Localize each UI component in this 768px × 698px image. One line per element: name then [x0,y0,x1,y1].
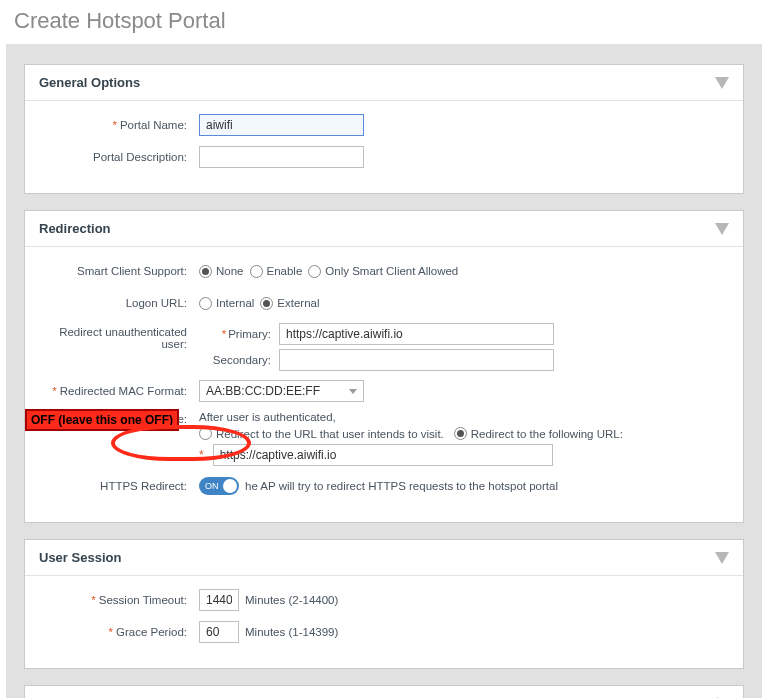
page-title: Create Hotspot Portal [0,0,768,44]
panel-general: General Options *Portal Name: Portal Des… [24,64,744,194]
logon-url-external-radio[interactable]: External [260,297,319,310]
panel-redirection-title: Redirection [39,221,111,236]
portal-name-label: *Portal Name: [39,119,199,131]
panel-user-session-header[interactable]: User Session [25,540,743,576]
grace-period-input[interactable] [199,621,239,643]
chevron-down-icon [715,223,729,235]
https-redirect-label: HTTPS Redirect: [39,480,199,492]
primary-url-input[interactable] [279,323,554,345]
grace-period-label: *Grace Period: [39,626,199,638]
portal-desc-input[interactable] [199,146,364,168]
chevron-down-icon [715,77,729,89]
logon-url-internal-radio[interactable]: Internal [199,297,254,310]
callout-off-label: OFF (leave this one OFF) [25,409,179,431]
smart-client-enable-radio[interactable]: Enable [250,265,303,278]
mac-format-label: *Redirected MAC Format: [39,385,199,397]
session-timeout-units: Minutes (2-14400) [245,594,338,606]
form-area: General Options *Portal Name: Portal Des… [6,44,762,698]
panel-redirection-header[interactable]: Redirection [25,211,743,247]
panel-general-header[interactable]: General Options [25,65,743,101]
primary-label: *Primary: [199,328,271,340]
caret-down-icon [349,389,357,394]
panel-redirection: Redirection Smart Client Support: None E… [24,210,744,523]
portal-desc-label: Portal Description: [39,151,199,163]
start-page-following-radio[interactable]: Redirect to the following URL: [454,427,623,440]
secondary-label: Secondary: [199,354,271,366]
session-timeout-input[interactable] [199,589,239,611]
chevron-down-icon [715,552,729,564]
panel-user-session-title: User Session [39,550,121,565]
https-redirect-toggle[interactable]: ON [199,477,239,495]
https-redirect-note: he AP will try to redirect HTTPS request… [245,480,558,492]
start-page-visit-radio[interactable]: Redirect to the URL that user intends to… [199,427,444,440]
panel-general-title: General Options [39,75,140,90]
smart-client-only-radio[interactable]: Only Smart Client Allowed [308,265,458,278]
start-page-url-input[interactable] [213,444,553,466]
start-page-note: After user is authenticated, [199,411,336,423]
smart-client-none-radio[interactable]: None [199,265,244,278]
required-marker: * [199,448,204,462]
smart-client-label: Smart Client Support: [39,265,199,277]
logon-url-label: Logon URL: [39,297,199,309]
redirect-unauth-label: Redirect unauthenticated user: [39,323,199,350]
panel-location-header[interactable]: Location Information [25,686,743,698]
grace-period-units: Minutes (1-14399) [245,626,338,638]
secondary-url-input[interactable] [279,349,554,371]
panel-location: Location Information [24,685,744,698]
session-timeout-label: *Session Timeout: [39,594,199,606]
panel-user-session: User Session *Session Timeout: Minutes (… [24,539,744,669]
mac-format-select[interactable]: AA:BB:CC:DD:EE:FF [199,380,364,402]
portal-name-input[interactable] [199,114,364,136]
